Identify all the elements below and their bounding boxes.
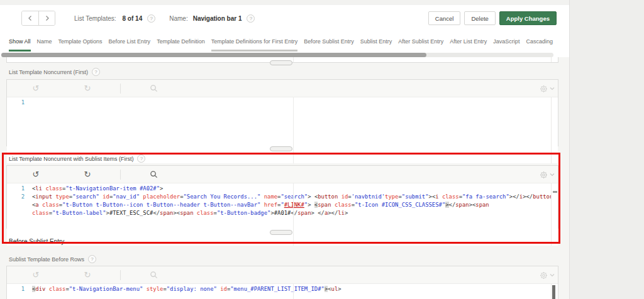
help-icon[interactable]: ? bbox=[92, 68, 100, 76]
next-record-button[interactable] bbox=[38, 11, 55, 25]
tab-cascading[interactable]: Cascading bbox=[526, 31, 553, 52]
apply-changes-button[interactable]: Apply Changes bbox=[499, 11, 557, 25]
help-icon[interactable]: ? bbox=[247, 14, 255, 23]
list-templates-label: List Templates: bbox=[74, 15, 116, 22]
help-icon[interactable]: ? bbox=[147, 14, 155, 23]
tab-template-definition[interactable]: Template Definition bbox=[157, 31, 205, 52]
splitter-handle[interactable] bbox=[270, 230, 292, 235]
tab-before-sublist-entry[interactable]: Before Sublist Entry bbox=[304, 31, 354, 52]
code-editor-noncurrent: ↺ ↻ 1 bbox=[6, 79, 558, 146]
code-editor-before-rows: ↺ ↻ 1<div class="t-NavigationBar-menu" s… bbox=[6, 266, 558, 299]
chevron-down-icon bbox=[550, 173, 555, 177]
undo-icon[interactable]: ↺ bbox=[31, 84, 41, 94]
editor-scrollbar bbox=[551, 97, 558, 163]
header-buttons: Cancel Delete Apply Changes bbox=[428, 11, 557, 25]
code-row: 1<div class="t-NavigationBar-menu" style… bbox=[7, 285, 558, 293]
redo-icon[interactable]: ↻ bbox=[82, 170, 92, 180]
section-header: Sublist Template Before Rows ? bbox=[9, 255, 96, 263]
search-icon[interactable] bbox=[148, 84, 158, 94]
previous-record-button[interactable] bbox=[22, 11, 38, 25]
tab-javascript[interactable]: JavaScript bbox=[493, 31, 519, 52]
splitter-handle[interactable] bbox=[270, 146, 292, 151]
code-editor-sublist-items: ↺ ↻ 1<li class="t-NavigationBar-item #A0… bbox=[6, 165, 558, 229]
page: List Templates: 8 of 14 ? Name: Navigati… bbox=[0, 0, 644, 299]
tab-sublist-entry[interactable]: Sublist Entry bbox=[360, 31, 392, 52]
right-gutter bbox=[569, 0, 644, 299]
code-row: 1 bbox=[7, 99, 558, 107]
code-lines: 1<li class="t-NavigationBar-item #A02#">… bbox=[7, 185, 558, 217]
editor-toolbar: ↺ ↻ bbox=[7, 266, 558, 284]
section-label: Sublist Template Before Rows bbox=[9, 256, 84, 263]
code-lines: 1 bbox=[7, 99, 558, 107]
editor-scrollbar bbox=[551, 284, 558, 299]
tab-after-sublist-entry[interactable]: After Sublist Entry bbox=[398, 31, 443, 52]
line-number: 2 bbox=[7, 193, 25, 201]
help-icon[interactable]: ? bbox=[137, 155, 145, 163]
code-lines: 1<div class="t-NavigationBar-menu" style… bbox=[7, 285, 558, 293]
code-row: 2<input type="search" id="nav_id" placeh… bbox=[7, 193, 558, 201]
ruler-line bbox=[293, 57, 294, 62]
tab-bar: Show AllNameTemplate OptionsBefore List … bbox=[0, 31, 569, 52]
tab-name[interactable]: Name bbox=[37, 31, 52, 52]
chevron-down-icon bbox=[550, 87, 555, 90]
editor-scrollbar bbox=[551, 183, 558, 246]
toolbar-divider bbox=[120, 270, 121, 280]
gear-icon[interactable] bbox=[540, 85, 548, 93]
line-number bbox=[7, 201, 25, 209]
undo-icon[interactable]: ↺ bbox=[31, 270, 41, 280]
tab-template-options[interactable]: Template Options bbox=[58, 31, 103, 52]
before-sublist-entry-heading: Before Sublist Entry bbox=[9, 238, 64, 245]
line-number: 1 bbox=[7, 99, 25, 107]
top-strip bbox=[0, 0, 569, 5]
search-icon[interactable] bbox=[148, 170, 158, 180]
cancel-button[interactable]: Cancel bbox=[428, 11, 461, 25]
section-header: List Template Noncurrent (First) ? bbox=[9, 68, 100, 76]
help-icon[interactable]: ? bbox=[88, 255, 96, 263]
delete-button[interactable]: Delete bbox=[464, 11, 495, 25]
chevron-left-icon bbox=[28, 14, 33, 23]
undo-icon[interactable]: ↺ bbox=[31, 170, 41, 180]
tab-after-list-entry[interactable]: After List Entry bbox=[450, 31, 487, 52]
toolbar-divider bbox=[120, 170, 121, 180]
gear-icon[interactable] bbox=[540, 271, 548, 280]
header-bar: List Templates: 8 of 14 ? Name: Navigati… bbox=[0, 5, 569, 31]
line-number bbox=[7, 209, 25, 217]
redo-icon[interactable]: ↻ bbox=[82, 270, 92, 280]
content-area: List Templates: 8 of 14 ? Name: Navigati… bbox=[0, 0, 569, 299]
code-row: <a class="t-Button t-Button--icon t-Butt… bbox=[7, 201, 558, 209]
code-row: class="t-Button-label">#TEXT_ESC_SC#</sp… bbox=[7, 209, 558, 217]
line-number: 1 bbox=[7, 185, 25, 193]
section-label: List Template Noncurrent with Sublist It… bbox=[9, 156, 133, 162]
code-edit-area[interactable]: 1<div class="t-NavigationBar-menu" style… bbox=[7, 284, 558, 299]
tabs-horizontal-scrollbar bbox=[1, 53, 553, 57]
ruler-line bbox=[293, 183, 294, 246]
code-edit-area[interactable]: 1<li class="t-NavigationBar-item #A02#">… bbox=[7, 183, 558, 246]
record-nav-group bbox=[21, 11, 55, 26]
toolbar-divider bbox=[120, 84, 121, 94]
tab-template-definitions-for-first-entry[interactable]: Template Definitions for First Entry bbox=[211, 31, 298, 52]
scrollbar-thumb[interactable] bbox=[552, 285, 555, 299]
tab-before-list-entry[interactable]: Before List Entry bbox=[109, 31, 151, 52]
section-label: List Template Noncurrent (First) bbox=[9, 69, 88, 75]
editor-toolbar: ↺ ↻ bbox=[7, 80, 558, 97]
ruler-line bbox=[293, 97, 294, 163]
chevron-down-icon bbox=[550, 273, 555, 277]
search-icon[interactable] bbox=[148, 270, 158, 280]
code-row: 1<li class="t-NavigationBar-item #A02#"> bbox=[7, 185, 558, 193]
name-label: Name: bbox=[169, 15, 187, 22]
chevron-right-icon bbox=[45, 14, 50, 23]
name-value: Navigation bar 1 bbox=[193, 15, 242, 22]
redo-icon[interactable]: ↻ bbox=[82, 84, 92, 94]
ruler-line bbox=[293, 284, 294, 299]
scrollbar-thumb[interactable] bbox=[1, 53, 426, 57]
splitter-handle[interactable] bbox=[270, 60, 292, 65]
editor-toolbar: ↺ ↻ bbox=[7, 166, 558, 183]
code-edit-area[interactable]: 1 bbox=[7, 97, 558, 163]
line-number: 1 bbox=[7, 285, 25, 293]
tab-show-all[interactable]: Show All bbox=[9, 31, 31, 52]
gear-icon[interactable] bbox=[540, 171, 548, 179]
section-header: List Template Noncurrent with Sublist It… bbox=[9, 155, 145, 163]
editor-scrollbar bbox=[551, 57, 558, 62]
scrollbar-thumb[interactable] bbox=[553, 191, 557, 193]
record-count: 8 of 14 bbox=[123, 15, 143, 22]
